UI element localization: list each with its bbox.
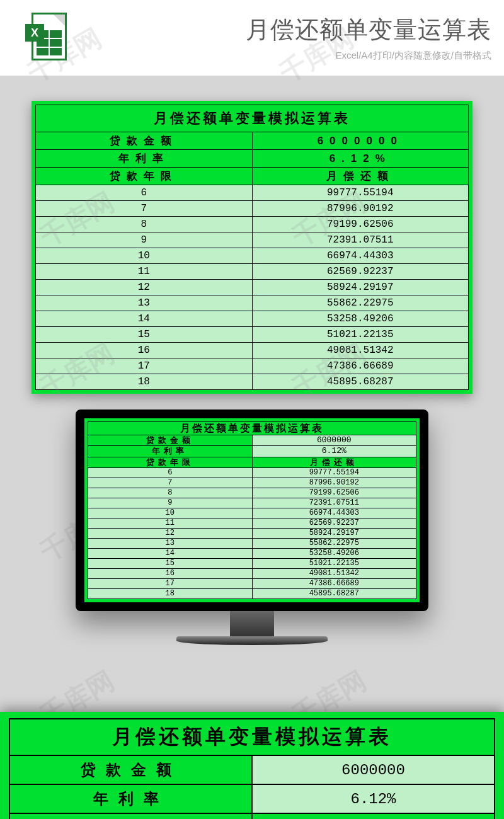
cell-monthly: 62569.92237 xyxy=(252,264,469,280)
cell-monthly: 87996.90192 xyxy=(252,478,416,488)
col-header-years: 贷款年限 xyxy=(88,457,253,467)
cell-monthly: 51021.22135 xyxy=(252,558,416,568)
table-row: 1355862.22975 xyxy=(36,295,469,311)
table-row: 1355862.22975 xyxy=(88,538,416,548)
cell-monthly: 87996.90192 xyxy=(252,201,469,217)
monitor-mockup: 月偿还额单变量模拟运算表 贷款金额 6000000 年利率 6.12% 贷款年限… xyxy=(76,410,428,645)
table-row: 1747386.66689 xyxy=(88,578,416,588)
label-loan-amount: 贷款金额 xyxy=(36,132,253,150)
table-row: 1258924.29197 xyxy=(88,528,416,538)
cell-monthly: 62569.92237 xyxy=(252,518,416,528)
value-rate: 6.12% xyxy=(252,784,495,813)
cell-monthly: 47386.66689 xyxy=(252,578,416,588)
cell-monthly: 45895.68287 xyxy=(252,374,469,390)
col-header-years: 贷款年限 xyxy=(36,168,253,185)
cell-years: 13 xyxy=(36,295,253,311)
cell-monthly: 51021.22135 xyxy=(252,327,469,343)
value-loan-amount: 6000000 xyxy=(252,132,469,150)
cell-years: 10 xyxy=(36,248,253,264)
col-header-monthly: 月偿还额 xyxy=(252,457,416,467)
cell-years: 13 xyxy=(88,538,253,548)
cell-monthly: 55862.22975 xyxy=(252,538,416,548)
cell-monthly: 66974.44303 xyxy=(252,508,416,518)
cell-years: 17 xyxy=(88,578,253,588)
table-title: 月偿还额单变量模拟运算表 xyxy=(36,105,469,132)
cell-monthly: 45895.68287 xyxy=(252,588,416,598)
cell-years: 17 xyxy=(36,358,253,374)
table-row: 972391.07511 xyxy=(88,498,416,508)
table-row: 1551021.22135 xyxy=(36,327,469,343)
page-header: X 月偿还额单变量运算表 Excel/A4打印/内容随意修改/自带格式 xyxy=(0,0,504,76)
label-loan-amount: 贷款金额 xyxy=(88,435,253,446)
cell-monthly: 49081.51342 xyxy=(252,568,416,578)
cell-years: 8 xyxy=(36,217,253,232)
label-rate: 年利率 xyxy=(36,150,253,168)
table-row: 1649081.51342 xyxy=(36,343,469,358)
table-row: 972391.07511 xyxy=(36,232,469,248)
table-row: 1649081.51342 xyxy=(88,568,416,578)
cell-monthly: 58924.29197 xyxy=(252,280,469,295)
excel-file-icon: X xyxy=(25,13,69,63)
table-row: 1845895.68287 xyxy=(36,374,469,390)
table-row: 1066974.44303 xyxy=(88,508,416,518)
cell-years: 12 xyxy=(88,528,253,538)
cell-years: 16 xyxy=(88,568,253,578)
value-loan-amount: 6000000 xyxy=(252,755,495,784)
spreadsheet-zoom-crop: 月偿还额单变量模拟运算表 贷款金额 6000000 年利率 6.12% 贷款年限… xyxy=(0,712,504,819)
cell-years: 6 xyxy=(36,185,253,201)
cell-years: 6 xyxy=(88,467,253,478)
cell-monthly: 53258.49206 xyxy=(252,548,416,558)
cell-years: 11 xyxy=(88,518,253,528)
label-rate: 年利率 xyxy=(88,446,253,457)
cell-monthly: 55862.22975 xyxy=(252,295,469,311)
table-row: 1258924.29197 xyxy=(36,280,469,295)
col-header-monthly: 月偿还额 xyxy=(252,813,495,819)
table-row: 1453258.49206 xyxy=(36,311,469,327)
cell-years: 9 xyxy=(36,232,253,248)
table-row: 1066974.44303 xyxy=(36,248,469,264)
value-loan-amount: 6000000 xyxy=(252,435,416,446)
table-title: 月偿还额单变量模拟运算表 xyxy=(88,422,416,435)
table-title: 月偿还额单变量模拟运算表 xyxy=(9,719,495,755)
col-header-years: 贷款年限 xyxy=(9,813,252,819)
table-row: 787996.90192 xyxy=(36,201,469,217)
table-row: 1747386.66689 xyxy=(36,358,469,374)
cell-years: 7 xyxy=(88,478,253,488)
cell-monthly: 66974.44303 xyxy=(252,248,469,264)
cell-years: 14 xyxy=(88,548,253,558)
cell-years: 18 xyxy=(88,588,253,598)
cell-years: 15 xyxy=(88,558,253,568)
cell-years: 8 xyxy=(88,488,253,498)
cell-monthly: 99777.55194 xyxy=(252,185,469,201)
cell-monthly: 99777.55194 xyxy=(252,467,416,478)
cell-monthly: 72391.07511 xyxy=(252,232,469,248)
cell-monthly: 49081.51342 xyxy=(252,343,469,358)
label-rate: 年利率 xyxy=(9,784,252,813)
loan-table: 月偿还额单变量模拟运算表 贷款金额 6000000 年利率 6.12% 贷款年限… xyxy=(35,105,469,390)
cell-monthly: 79199.62506 xyxy=(252,488,416,498)
cell-years: 9 xyxy=(88,498,253,508)
cell-monthly: 47386.66689 xyxy=(252,358,469,374)
page-subtitle: Excel/A4打印/内容随意修改/自带格式 xyxy=(82,50,491,62)
cell-years: 14 xyxy=(36,311,253,327)
cell-monthly: 58924.29197 xyxy=(252,528,416,538)
col-header-monthly: 月偿还额 xyxy=(252,168,469,185)
table-row: 787996.90192 xyxy=(88,478,416,488)
cell-years: 15 xyxy=(36,327,253,343)
cell-years: 7 xyxy=(36,201,253,217)
cell-monthly: 53258.49206 xyxy=(252,311,469,327)
loan-table-monitor: 月偿还额单变量模拟运算表 贷款金额 6000000 年利率 6.12% 贷款年限… xyxy=(88,421,416,599)
table-row: 1162569.92237 xyxy=(88,518,416,528)
table-row: 1551021.22135 xyxy=(88,558,416,568)
label-loan-amount: 贷款金额 xyxy=(9,755,252,784)
spreadsheet-preview-card: 月偿还额单变量模拟运算表 贷款金额 6000000 年利率 6.12% 贷款年限… xyxy=(32,101,472,394)
cell-monthly: 72391.07511 xyxy=(252,498,416,508)
table-row: 699777.55194 xyxy=(88,467,416,478)
table-row: 1845895.68287 xyxy=(88,588,416,598)
table-row: 879199.62506 xyxy=(88,488,416,498)
cell-monthly: 79199.62506 xyxy=(252,217,469,232)
value-rate: 6.12% xyxy=(252,446,416,457)
page-title: 月偿还额单变量运算表 xyxy=(82,14,491,46)
table-row: 1453258.49206 xyxy=(88,548,416,558)
cell-years: 18 xyxy=(36,374,253,390)
